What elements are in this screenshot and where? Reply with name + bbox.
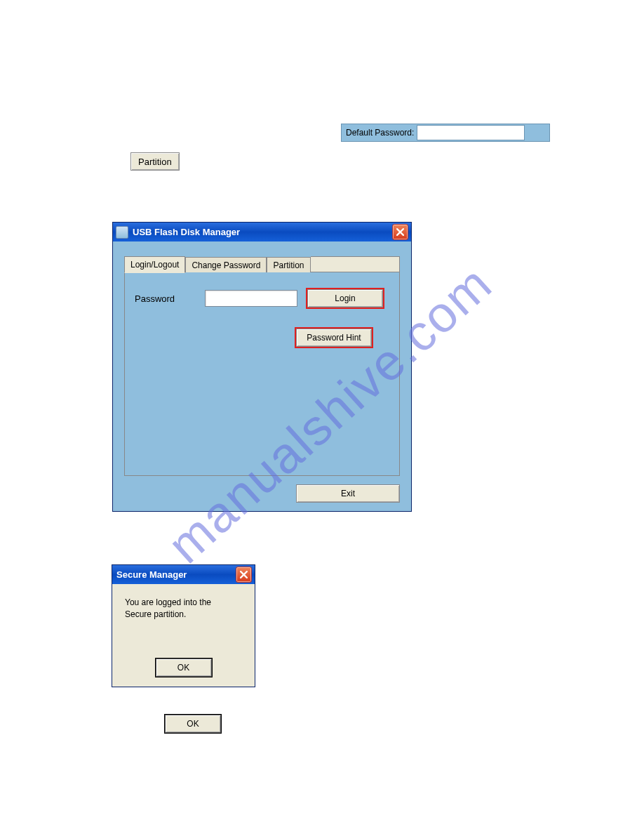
password-hint-button[interactable]: Password Hint xyxy=(296,329,372,347)
manager-window: USB Flash Disk Manager Login/Logout Chan… xyxy=(112,222,412,512)
tab-change-password[interactable]: Change Password xyxy=(185,257,267,273)
standalone-ok-button[interactable]: OK xyxy=(165,715,221,733)
default-password-input[interactable] xyxy=(417,125,525,140)
secure-message-line1: You are logged into the xyxy=(125,597,245,609)
close-button[interactable] xyxy=(392,224,408,240)
tab-body: Password Login Password Hint xyxy=(124,272,400,476)
secure-close-button[interactable] xyxy=(236,567,252,583)
secure-titlebar: Secure Manager xyxy=(112,565,255,584)
app-icon xyxy=(116,226,128,239)
secure-manager-dialog: Secure Manager You are logged into the S… xyxy=(112,564,255,687)
password-label: Password xyxy=(135,293,195,304)
exit-button[interactable]: Exit xyxy=(296,484,400,503)
tab-partition[interactable]: Partition xyxy=(267,257,310,273)
tabstrip-filler xyxy=(311,256,401,272)
password-input[interactable] xyxy=(205,290,297,307)
window-title: USB Flash Disk Manager xyxy=(131,227,389,237)
secure-message-line2: Secure partition. xyxy=(125,609,245,621)
close-icon xyxy=(240,571,248,578)
close-icon xyxy=(396,228,404,236)
titlebar: USB Flash Disk Manager xyxy=(113,223,411,241)
partition-button[interactable]: Partition xyxy=(130,152,180,171)
secure-ok-button[interactable]: OK xyxy=(156,658,212,677)
login-button[interactable]: Login xyxy=(307,289,383,307)
secure-title: Secure Manager xyxy=(115,569,233,580)
default-password-strip: Default Password: xyxy=(341,124,550,142)
default-password-label: Default Password: xyxy=(342,128,414,138)
tab-row: Login/Logout Change Password Partition xyxy=(124,256,400,272)
tab-login-logout[interactable]: Login/Logout xyxy=(124,256,185,273)
